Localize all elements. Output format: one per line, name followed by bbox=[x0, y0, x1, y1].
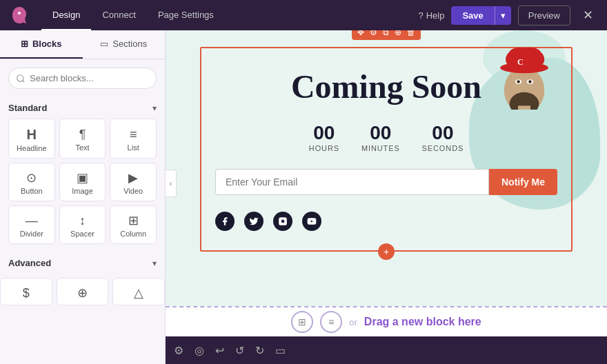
svg-point-10 bbox=[528, 80, 532, 83]
drop-icon-grid[interactable]: ⊞ bbox=[291, 311, 313, 333]
text-label: Text bbox=[75, 143, 89, 152]
countdown-seconds: 00 SECONDS bbox=[422, 123, 464, 152]
svg-point-9 bbox=[517, 80, 520, 83]
video-icon: ▶ bbox=[128, 172, 138, 184]
toolbar-copy-icon[interactable]: ⧉ bbox=[383, 30, 389, 37]
email-row: Notify Me bbox=[215, 169, 557, 195]
help-button[interactable]: ? Help bbox=[418, 10, 444, 21]
sections-icon: ▭ bbox=[100, 39, 108, 49]
collapse-handle[interactable]: ‹ bbox=[166, 170, 177, 197]
drag-new-block-link[interactable]: Drag a new block here bbox=[364, 316, 481, 328]
notify-button[interactable]: Notify Me bbox=[489, 169, 557, 195]
spacer-label: Spacer bbox=[70, 230, 94, 238]
youtube-icon[interactable] bbox=[302, 212, 321, 231]
countdown: 00 HOURS 00 MINUTES 00 SECONDS bbox=[215, 112, 557, 158]
hours-value: 00 bbox=[313, 123, 335, 143]
column-icon: ⊞ bbox=[128, 214, 139, 227]
block-list[interactable]: ≡ List bbox=[110, 119, 157, 159]
adv2-icon: ⊕ bbox=[77, 287, 88, 299]
seconds-value: 00 bbox=[432, 123, 453, 143]
tool-responsive-icon[interactable]: ▭ bbox=[275, 344, 286, 357]
tab-connect[interactable]: Connect bbox=[91, 0, 146, 30]
block-column[interactable]: ⊞ Column bbox=[110, 205, 157, 244]
block-toolbar: ✥ ⚙ ⧉ ⊕ 🗑 bbox=[352, 30, 421, 40]
advanced-label: Advanced bbox=[8, 258, 51, 268]
svg-text:C: C bbox=[517, 57, 524, 67]
add-block-handle[interactable]: + bbox=[378, 243, 395, 260]
block-advanced-2[interactable]: ⊕ bbox=[57, 278, 109, 305]
video-label: Video bbox=[123, 187, 143, 195]
tab-blocks[interactable]: ⊞ Blocks bbox=[0, 30, 83, 59]
canvas-area: ‹ bbox=[166, 30, 607, 336]
drop-icon-layout[interactable]: ≡ bbox=[320, 311, 342, 333]
facebook-icon[interactable] bbox=[215, 212, 235, 231]
headline-icon: H bbox=[27, 128, 37, 141]
block-text[interactable]: ¶ Text bbox=[59, 119, 106, 159]
minutes-label: MINUTES bbox=[361, 144, 400, 152]
blocks-icon: ⊞ bbox=[21, 39, 28, 49]
adv3-icon: △ bbox=[134, 287, 143, 299]
tab-design[interactable]: Design bbox=[41, 0, 91, 30]
email-input[interactable] bbox=[215, 169, 489, 195]
search-input[interactable] bbox=[8, 68, 157, 89]
save-dropdown-button[interactable]: ▾ bbox=[495, 6, 511, 25]
countdown-hours: 00 HOURS bbox=[309, 123, 339, 152]
seconds-label: SECONDS bbox=[422, 144, 464, 152]
toolbar-settings-icon[interactable]: ⚙ bbox=[370, 30, 377, 37]
tool-layers-icon[interactable]: ◎ bbox=[195, 344, 204, 357]
standard-chevron-icon[interactable]: ▾ bbox=[152, 103, 157, 113]
block-divider[interactable]: — Divider bbox=[8, 205, 55, 244]
toolbar-duplicate-icon[interactable]: ⊕ bbox=[395, 30, 401, 37]
headline-label: Headline bbox=[17, 144, 46, 152]
help-icon: ? bbox=[418, 10, 423, 21]
drop-zone-bar[interactable]: ⊞ ≡ or Drag a new block here bbox=[166, 306, 607, 336]
close-button[interactable]: ✕ bbox=[577, 5, 599, 26]
tab-sections[interactable]: ▭ Sections bbox=[83, 30, 166, 59]
divider-icon: — bbox=[26, 214, 38, 227]
image-label: Image bbox=[72, 187, 93, 195]
bottom-toolbar: ⚙ ◎ ↩ ↺ ↻ ▭ bbox=[166, 336, 607, 364]
divider-label: Divider bbox=[20, 230, 43, 238]
list-label: List bbox=[128, 143, 139, 152]
block-video[interactable]: ▶ Video bbox=[110, 163, 157, 201]
block-button[interactable]: ⊙ Button bbox=[8, 163, 55, 201]
block-headline[interactable]: H Headline bbox=[8, 119, 55, 159]
tool-history-icon[interactable]: ↩ bbox=[215, 344, 224, 357]
list-icon: ≡ bbox=[130, 128, 137, 141]
preview-button[interactable]: Preview bbox=[518, 6, 570, 26]
column-label: Column bbox=[120, 230, 146, 238]
svg-rect-2 bbox=[518, 105, 530, 110]
top-nav: Design Connect Page Settings ? Help Save… bbox=[0, 0, 607, 30]
instagram-icon[interactable] bbox=[273, 212, 292, 231]
hours-label: HOURS bbox=[309, 144, 339, 152]
minutes-value: 00 bbox=[370, 123, 391, 143]
help-label: Help bbox=[426, 10, 445, 21]
tool-redo-icon[interactable]: ↻ bbox=[255, 344, 264, 357]
block-spacer[interactable]: ↕ Spacer bbox=[59, 205, 106, 244]
twitter-icon[interactable] bbox=[244, 212, 263, 231]
image-icon: ▣ bbox=[77, 172, 88, 184]
text-icon: ¶ bbox=[79, 128, 86, 141]
save-button[interactable]: Save bbox=[451, 6, 494, 25]
spacer-icon: ↕ bbox=[79, 214, 86, 227]
standard-label: Standard bbox=[8, 103, 47, 113]
logo bbox=[8, 4, 30, 26]
sidebar: ⊞ Blocks ▭ Sections Standard ▾ H Headlin… bbox=[0, 30, 166, 364]
social-row bbox=[215, 206, 557, 236]
button-icon: ⊙ bbox=[26, 172, 37, 184]
tool-undo-icon[interactable]: ↺ bbox=[235, 344, 244, 357]
tool-settings-icon[interactable]: ⚙ bbox=[174, 344, 183, 357]
block-advanced-1[interactable]: $ bbox=[0, 278, 52, 305]
tab-page-settings[interactable]: Page Settings bbox=[147, 0, 225, 30]
tab-sections-label: Sections bbox=[112, 39, 147, 49]
blocks-grid: H Headline ¶ Text ≡ List ⊙ Button ▣ Imag… bbox=[0, 119, 165, 252]
block-image[interactable]: ▣ Image bbox=[59, 163, 106, 201]
advanced-chevron-icon[interactable]: ▾ bbox=[152, 259, 157, 268]
adv1-icon: $ bbox=[23, 287, 30, 299]
toolbar-delete-icon[interactable]: 🗑 bbox=[407, 30, 415, 37]
drop-or-text: or bbox=[349, 317, 357, 327]
canvas-content: C ✥ ⚙ ⧉ ⊕ 🗑 bbox=[166, 30, 607, 306]
block-advanced-3[interactable]: △ bbox=[112, 278, 165, 305]
toolbar-move-icon[interactable]: ✥ bbox=[357, 30, 364, 37]
advanced-grid: $ ⊕ △ bbox=[0, 274, 165, 305]
